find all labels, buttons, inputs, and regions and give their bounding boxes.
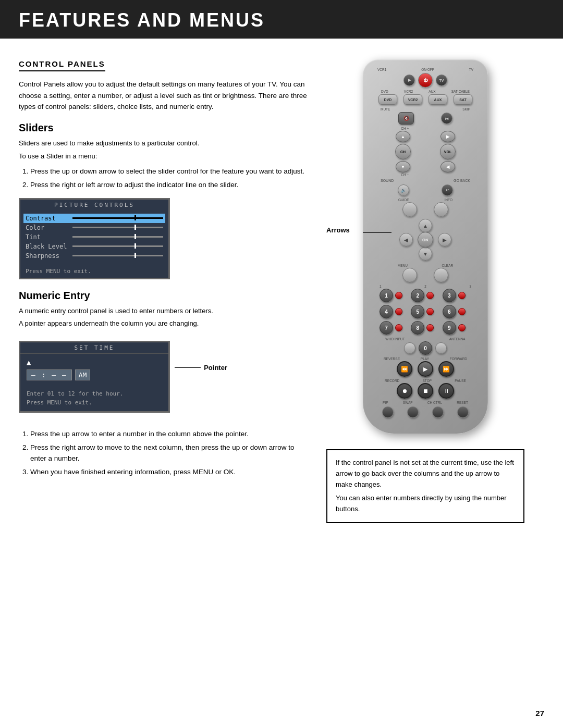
guide-info-labels: GUIDE INFO xyxy=(370,198,481,202)
chctrl-btn[interactable] xyxy=(432,406,444,418)
goback-btn[interactable]: ↩ xyxy=(442,184,453,196)
nav-down-btn[interactable]: ▼ xyxy=(419,247,432,261)
pc-label-contrast: Contrast xyxy=(26,215,72,222)
tv-btn[interactable]: TV xyxy=(436,75,447,86)
arrows-label: Arrows xyxy=(326,226,350,234)
aux-btn[interactable]: AUX xyxy=(429,94,447,105)
clear-btn[interactable] xyxy=(434,268,448,282)
reverse-btn[interactable]: ⏪ xyxy=(397,361,412,377)
nav-cluster-container: ▲ ◀ OK ▶ ▼ xyxy=(370,219,481,261)
num9-dot[interactable] xyxy=(458,324,466,331)
sound-btn[interactable]: 🔊 xyxy=(398,184,409,196)
set-time-header: SET TIME xyxy=(20,342,168,354)
num4-btn[interactable]: 4 xyxy=(380,305,393,318)
control-panels-heading: CONTROL PANELS xyxy=(19,59,105,71)
set-time-footer-2: Press MENU to exit. xyxy=(27,399,162,408)
vol-up-btn[interactable]: ▶ xyxy=(440,131,455,142)
rsp-labels: RECORD STOP PAUSE xyxy=(370,379,481,382)
num9-btn[interactable]: 9 xyxy=(443,321,456,335)
pc-slider-bar-color xyxy=(72,227,163,228)
remote-top-labels: VCR1 ON·OFF TV xyxy=(370,68,481,71)
play-label: PLAY xyxy=(421,357,429,361)
pc-row-blacklevel: Black Level xyxy=(26,242,163,251)
ch-center-btn[interactable]: CH xyxy=(395,144,411,159)
pause-btn[interactable]: ⏸ xyxy=(438,383,454,399)
set-time-screen: SET TIME ▲ — : — — AM Enter 01 to 12 for… xyxy=(19,341,170,413)
play-btn[interactable]: ▶ xyxy=(418,361,433,377)
ch-up-btn[interactable]: ▲ xyxy=(396,131,410,142)
vol-center-btn[interactable]: VOL xyxy=(440,144,456,159)
on-off-btn[interactable]: ⏻ xyxy=(418,73,433,88)
page-title: FEATURES AND MENUS xyxy=(19,9,544,31)
sat-cable-btn[interactable]: SAT xyxy=(454,94,472,105)
numeric-entry-step-3: When you have finished entering informat… xyxy=(30,466,311,478)
mute-label: MUTE xyxy=(381,107,390,111)
num6-dot[interactable] xyxy=(458,308,466,315)
num3-btn[interactable]: 3 xyxy=(443,289,456,302)
sliders-usage-label: To use a Slider in a menu: xyxy=(19,151,311,162)
ch-vol-labels-up: CH + xyxy=(370,127,481,130)
menu-label: MENU xyxy=(398,264,408,267)
vcr1-btn[interactable]: ▶ xyxy=(403,75,415,86)
numeric-entry-steps: Press the up arrow to enter a number in … xyxy=(30,428,311,477)
stop-btn[interactable]: ⏹ xyxy=(418,383,433,399)
menu-btn[interactable] xyxy=(402,268,417,282)
reset-label: RESET xyxy=(457,401,468,404)
right-column: Arrows VCR1 ON·OFF TV ▶ ⏻ TV xyxy=(321,54,530,523)
pause-label: PAUSE xyxy=(455,379,466,382)
info-text1: If the control panel is not set at the c… xyxy=(336,458,515,490)
num8-dot[interactable] xyxy=(426,324,434,331)
clear-label: CLEAR xyxy=(442,264,454,267)
skip-btn[interactable]: ⏭ xyxy=(441,113,452,124)
num2-btn[interactable]: 2 xyxy=(411,289,424,302)
sat-cable-label: SAT·CABLE xyxy=(451,90,470,93)
sliders-section: Sliders Sliders are used to make adjustm… xyxy=(19,122,311,279)
nav-left-btn[interactable]: ◀ xyxy=(399,233,413,246)
pc-slider-color xyxy=(72,227,163,228)
num8-wrap: 8 xyxy=(411,321,439,335)
nav-right-btn[interactable]: ▶ xyxy=(438,233,451,246)
numeric-entry-section: Numeric Entry A numeric entry control pa… xyxy=(19,290,311,478)
num7-dot[interactable] xyxy=(395,324,402,331)
dvd-btn[interactable]: DVD xyxy=(378,94,397,105)
source-labels-row: DVD VCR2 AUX SAT·CABLE xyxy=(370,90,481,93)
sound-goback-labels: SOUND GO BACK xyxy=(370,179,481,182)
num1-btn[interactable]: 1 xyxy=(380,289,393,302)
info-btn[interactable] xyxy=(434,202,448,217)
num2-dot[interactable] xyxy=(426,292,434,299)
vcr2-btn[interactable]: VCR2 xyxy=(403,94,422,105)
num5-dot[interactable] xyxy=(426,308,434,315)
menu-clear-row xyxy=(370,268,481,282)
swap-btn[interactable] xyxy=(407,406,419,418)
num7-btn[interactable]: 7 xyxy=(380,321,393,335)
num6-btn[interactable]: 6 xyxy=(443,305,456,318)
vcr1-icon: ▶ xyxy=(408,78,411,82)
num4-dot[interactable] xyxy=(395,308,402,315)
mute-skip-labels: MUTE SKIP xyxy=(370,107,481,111)
sliders-title: Sliders xyxy=(19,122,311,134)
num1-label: 1 xyxy=(380,285,382,288)
pc-slider-contrast xyxy=(72,217,163,219)
num1-dot[interactable] xyxy=(395,292,402,299)
record-btn[interactable]: ⏺ xyxy=(397,383,412,399)
guide-btn[interactable] xyxy=(402,202,417,217)
num3-dot[interactable] xyxy=(458,292,466,299)
vol-down-btn[interactable]: ◀ xyxy=(440,161,455,172)
mute-btn[interactable]: 🔇 xyxy=(398,112,414,125)
nav-up-btn[interactable]: ▲ xyxy=(419,219,432,232)
num5-btn[interactable]: 5 xyxy=(411,305,424,318)
antenna-btn[interactable] xyxy=(435,342,447,354)
dvd-label: DVD xyxy=(381,90,388,93)
pip-btn[interactable] xyxy=(382,406,394,418)
reset-btn[interactable] xyxy=(457,406,469,418)
control-panels-section: CONTROL PANELS Control Panels allow you … xyxy=(19,54,311,113)
info-text2: You can also enter numbers directly by u… xyxy=(336,493,515,515)
ch-down-btn[interactable]: ▼ xyxy=(396,161,410,172)
zero-btn[interactable]: 0 xyxy=(419,341,432,355)
reverse-label: REVERSE xyxy=(384,357,400,361)
num8-btn[interactable]: 8 xyxy=(411,321,424,335)
forward-btn[interactable]: ⏩ xyxy=(438,361,454,377)
who-input-btn[interactable] xyxy=(404,342,415,354)
ok-btn[interactable]: OK xyxy=(418,232,433,248)
numeric-entry-step-2: Press the right arrow to move to the nex… xyxy=(30,442,311,464)
